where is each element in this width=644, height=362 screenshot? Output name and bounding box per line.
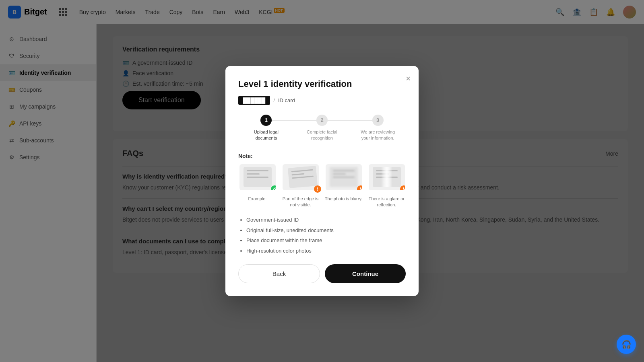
step-label-3: We are reviewing your information. — [360, 129, 396, 142]
req-list-item-1: Original full-size, unedited documents — [246, 226, 406, 234]
photo-caption-blur: The photo is blurry. — [325, 196, 362, 202]
modal-title: Level 1 identity verification — [238, 79, 406, 89]
step-3: 3 We are reviewing your information. — [350, 115, 406, 142]
photo-caption-edge: Part of the edge is not visible. — [281, 196, 320, 208]
step-label-2: Complete facial recognition — [304, 129, 340, 142]
step-1: 1 Upload legal documents — [238, 115, 294, 142]
modal-overlay[interactable]: Level 1 identity verification × ██████ /… — [0, 0, 644, 362]
photo-example-blur: ! The photo is blurry. — [324, 164, 363, 208]
requirements-list: Government-issued ID Original full-size,… — [238, 216, 406, 255]
step-2: 2 Complete facial recognition — [294, 115, 350, 142]
breadcrumb: ██████ / ID card — [238, 96, 406, 105]
step-circle-2: 2 — [316, 115, 328, 126]
breadcrumb-current: ID card — [278, 97, 295, 103]
back-button[interactable]: Back — [238, 264, 320, 283]
step-circle-3: 3 — [372, 115, 384, 126]
photo-thumb-blur: ! — [326, 164, 362, 190]
page-root: B Bitget Buy crypto Markets Trade Copy B… — [0, 0, 644, 362]
photo-caption-ok: Example: — [248, 196, 267, 202]
photo-thumb-ok: ✓ — [239, 164, 276, 190]
req-list-item-2: Place document within the frame — [246, 237, 406, 245]
breadcrumb-sep: / — [273, 97, 275, 103]
req-list-item-0: Government-issued ID — [246, 216, 406, 224]
continue-button[interactable]: Continue — [325, 264, 406, 283]
photo-thumb-glare: ! — [369, 164, 405, 190]
photo-thumb-edge: ! — [283, 164, 319, 190]
photo-example-edge: ! Part of the edge is not visible. — [281, 164, 320, 208]
modal: Level 1 identity verification × ██████ /… — [225, 66, 419, 296]
modal-buttons: Back Continue — [238, 264, 406, 283]
chat-icon: 🎧 — [621, 339, 632, 349]
photo-example-glare: ! There is a glare or reflection. — [367, 164, 406, 208]
steps: 1 Upload legal documents 2 Complete faci… — [238, 115, 406, 142]
photo-caption-glare: There is a glare or reflection. — [367, 196, 406, 208]
step-circle-1: 1 — [260, 115, 272, 126]
modal-close-button[interactable]: × — [406, 74, 411, 83]
step-label-1: Upload legal documents — [248, 129, 284, 142]
chat-button[interactable]: 🎧 — [617, 335, 636, 354]
photo-examples: ✓ Example: ! — [238, 164, 406, 208]
req-list-item-3: High-resolution color photos — [246, 247, 406, 255]
warn-badge-edge: ! — [314, 185, 321, 193]
note-label: Note: — [238, 153, 406, 159]
photo-example-ok: ✓ Example: — [238, 164, 277, 208]
breadcrumb-blacked: ██████ — [238, 96, 270, 105]
